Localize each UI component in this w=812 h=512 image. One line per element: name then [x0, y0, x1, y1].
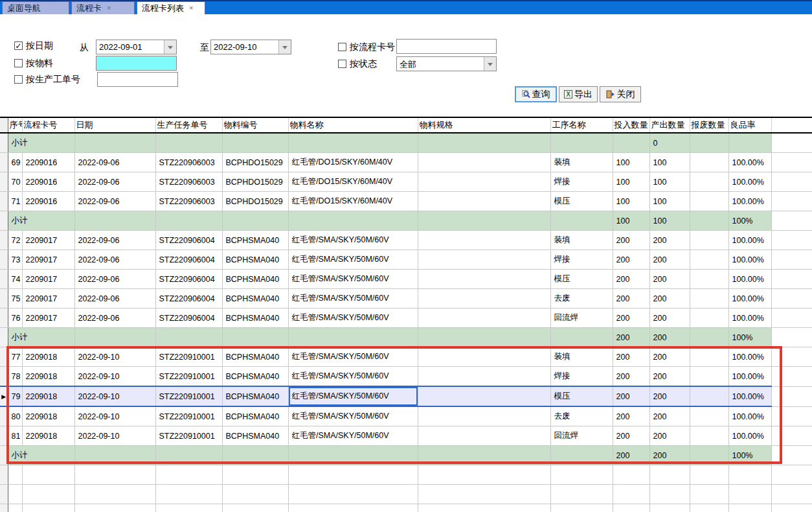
card-no-input[interactable]	[396, 39, 497, 54]
cell[interactable]	[690, 270, 728, 289]
cell[interactable]	[222, 211, 288, 231]
cell[interactable]: 200	[613, 446, 649, 465]
cell[interactable]: 2022-09-06	[74, 172, 155, 192]
cell[interactable]: 2022-09-10	[74, 367, 155, 387]
cell[interactable]	[74, 211, 155, 231]
cell[interactable]: 2022-09-06	[74, 192, 155, 211]
cell[interactable]	[690, 289, 728, 308]
row-header-cell[interactable]	[0, 485, 8, 504]
cell[interactable]: 红毛管/SMA/SKY/50M/60V	[288, 308, 418, 328]
cell[interactable]: 100	[649, 153, 690, 172]
cell[interactable]: STZ220910001	[155, 406, 222, 426]
cell[interactable]: 2022-09-06	[74, 153, 155, 172]
cell[interactable]: BCPHSMA040	[222, 270, 288, 289]
cell[interactable]	[155, 328, 222, 347]
row-header-cell[interactable]	[0, 347, 8, 367]
cell[interactable]: 100.00%	[728, 172, 771, 192]
cell[interactable]	[613, 504, 649, 512]
cell[interactable]	[690, 211, 728, 231]
status-combobox[interactable]: 全部	[396, 56, 497, 71]
cell[interactable]: BCPHSMA040	[222, 367, 288, 387]
cell[interactable]: 100.00%	[728, 270, 771, 289]
cell[interactable]: 100.00%	[728, 426, 771, 446]
cell[interactable]	[418, 250, 550, 270]
row-header-cell[interactable]	[0, 426, 8, 446]
cell[interactable]	[155, 446, 222, 465]
cell[interactable]	[728, 485, 771, 504]
cell[interactable]: 2209017	[22, 250, 74, 270]
cell[interactable]: 2209017	[22, 270, 74, 289]
row-header-cell[interactable]	[0, 504, 8, 512]
cell[interactable]: 0	[649, 133, 690, 153]
cell[interactable]	[22, 485, 74, 504]
cell[interactable]	[550, 211, 613, 231]
cell[interactable]: 2022-09-06	[74, 250, 155, 270]
cell[interactable]	[74, 328, 155, 347]
cell[interactable]	[690, 328, 728, 347]
cell[interactable]	[74, 465, 155, 485]
cell[interactable]: 2022-09-10	[74, 426, 155, 446]
cell[interactable]: STZ220910001	[155, 367, 222, 387]
cell[interactable]: 200	[649, 367, 690, 387]
cell[interactable]	[22, 465, 74, 485]
cell[interactable]: 2022-09-06	[74, 231, 155, 250]
cell[interactable]: 小计	[8, 328, 74, 347]
cell[interactable]: 71	[8, 192, 22, 211]
cell[interactable]: 2209018	[22, 367, 74, 387]
cell[interactable]: BCPHSMA040	[222, 386, 288, 406]
cell[interactable]	[550, 446, 613, 465]
cell[interactable]: 2209017	[22, 308, 74, 328]
column-header[interactable]: 报废数量	[690, 117, 728, 133]
row-header-cell[interactable]	[0, 328, 8, 347]
cell[interactable]	[418, 465, 550, 485]
cell[interactable]: BCPHSMA040	[222, 250, 288, 270]
cell[interactable]	[690, 153, 728, 172]
column-header[interactable]: 良品率	[728, 117, 771, 133]
cell[interactable]	[418, 133, 550, 153]
cell[interactable]: 100	[613, 211, 649, 231]
cell[interactable]	[222, 328, 288, 347]
cell[interactable]: BCPHSMA040	[222, 231, 288, 250]
cell[interactable]: 模压	[550, 192, 613, 211]
row-header-cell[interactable]	[0, 406, 8, 426]
cell[interactable]	[222, 133, 288, 153]
row-header-cell[interactable]	[0, 250, 8, 270]
column-header[interactable]: 物料名称	[288, 117, 418, 133]
row-header-cell[interactable]	[0, 133, 8, 153]
cell[interactable]: 焊接	[550, 250, 613, 270]
cell[interactable]: 69	[8, 153, 22, 172]
cell[interactable]	[222, 485, 288, 504]
cell[interactable]: 200	[613, 406, 649, 426]
row-header-cell[interactable]	[0, 192, 8, 211]
cell[interactable]: 小计	[8, 133, 74, 153]
cell[interactable]: 100	[613, 192, 649, 211]
by-work-order-checkbox[interactable]	[14, 75, 23, 84]
cell[interactable]: 模压	[550, 270, 613, 289]
cell[interactable]: 红毛管/SMA/SKY/50M/60V	[288, 406, 418, 426]
cell[interactable]: 200	[613, 231, 649, 250]
cell[interactable]: 红毛管/SMA/SKY/50M/60V	[288, 250, 418, 270]
material-input[interactable]	[96, 56, 177, 71]
cell[interactable]: BCPHSMA040	[222, 308, 288, 328]
column-header[interactable]: 生产任务单号	[155, 117, 222, 133]
cell[interactable]: 2209018	[22, 386, 74, 406]
cell[interactable]: STZ220906004	[155, 289, 222, 308]
export-button[interactable]: X 导出	[559, 86, 598, 102]
cell[interactable]: 81	[8, 426, 22, 446]
cell[interactable]: BCPHSMA040	[222, 347, 288, 367]
cell[interactable]: 79	[8, 386, 22, 406]
cell[interactable]	[649, 485, 690, 504]
cell[interactable]: 红毛管/SMA/SKY/50M/60V	[288, 270, 418, 289]
cell[interactable]: 红毛管/SMA/SKY/50M/60V	[288, 367, 418, 387]
row-header-cell[interactable]	[0, 465, 8, 485]
cell[interactable]	[8, 504, 22, 512]
cell[interactable]	[155, 211, 222, 231]
close-button[interactable]: 关闭	[600, 86, 641, 102]
cell[interactable]: 去废	[550, 289, 613, 308]
cell[interactable]: 100.00%	[728, 192, 771, 211]
cell[interactable]: 回流焊	[550, 426, 613, 446]
tab-desktop-navigation[interactable]: 桌面导航	[2, 1, 69, 14]
cell[interactable]: STZ220906003	[155, 192, 222, 211]
column-header[interactable]: 序号	[8, 117, 22, 133]
cell[interactable]: 200	[613, 347, 649, 367]
